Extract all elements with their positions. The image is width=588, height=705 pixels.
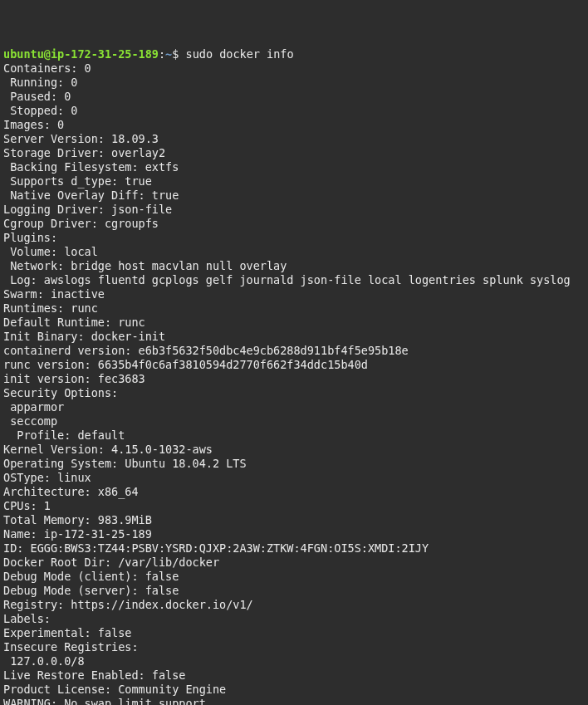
output-line: Registry: https://index.docker.io/v1/ <box>3 598 585 612</box>
command-entered: sudo docker info <box>186 47 294 61</box>
output-line: Insecure Registries: <box>3 640 585 654</box>
output-line: Security Options: <box>3 386 585 400</box>
output-line: Stopped: 0 <box>3 104 585 118</box>
output-line: Backing Filesystem: extfs <box>3 160 585 174</box>
output-line: Paused: 0 <box>3 90 585 104</box>
output-line: Log: awslogs fluentd gcplogs gelf journa… <box>3 273 585 287</box>
output-line: Running: 0 <box>3 76 585 90</box>
output-line: ID: EGGG:BWS3:TZ44:PSBV:YSRD:QJXP:2A3W:Z… <box>3 541 585 556</box>
output-line: Server Version: 18.09.3 <box>3 132 585 146</box>
output-line: Architecture: x86_64 <box>3 485 585 499</box>
command-output: Containers: 0 Running: 0 Paused: 0 Stopp… <box>3 61 585 705</box>
output-line: Debug Mode (server): false <box>3 584 585 598</box>
output-line: Live Restore Enabled: false <box>3 668 585 683</box>
output-line: Images: 0 <box>3 118 585 132</box>
output-line: Swarm: inactive <box>3 287 585 301</box>
output-line: WARNING: No swap limit support <box>3 697 585 705</box>
output-line: CPUs: 1 <box>3 499 585 513</box>
output-line: Runtimes: runc <box>3 301 585 316</box>
output-line: Init Binary: docker-init <box>3 330 585 344</box>
output-line: Storage Driver: overlay2 <box>3 146 585 160</box>
output-line: Kernel Version: 4.15.0-1032-aws <box>3 443 585 457</box>
output-line: runc version: 6635b4f0c6af3810594d2770f6… <box>3 358 585 372</box>
output-line: Product License: Community Engine <box>3 683 585 697</box>
prompt-line-1: ubuntu@ip-172-31-25-189:~$ sudo docker i… <box>3 47 585 61</box>
output-line: Operating System: Ubuntu 18.04.2 LTS <box>3 457 585 471</box>
prompt-user: ubuntu <box>3 47 44 61</box>
output-line: Experimental: false <box>3 626 585 640</box>
output-line: Name: ip-172-31-25-189 <box>3 527 585 541</box>
prompt-dollar: $ <box>172 47 185 61</box>
output-line: seccomp <box>3 414 585 428</box>
output-line: containerd version: e6b3f5632f50dbc4e9cb… <box>3 344 585 358</box>
output-line: Containers: 0 <box>3 61 585 76</box>
output-line: Labels: <box>3 612 585 626</box>
prompt-at: @ <box>44 47 51 61</box>
output-line: init version: fec3683 <box>3 372 585 386</box>
output-line: OSType: linux <box>3 471 585 485</box>
output-line: Default Runtime: runc <box>3 316 585 330</box>
output-line: Profile: default <box>3 428 585 443</box>
output-line: Volume: local <box>3 245 585 259</box>
output-line: Cgroup Driver: cgroupfs <box>3 217 585 231</box>
output-line: Network: bridge host macvlan null overla… <box>3 259 585 273</box>
output-line: Supports d_type: true <box>3 174 585 188</box>
output-line: Logging Driver: json-file <box>3 203 585 217</box>
output-line: Plugins: <box>3 231 585 245</box>
prompt-host: ip-172-31-25-189 <box>51 47 159 61</box>
output-line: Docker Root Dir: /var/lib/docker <box>3 556 585 570</box>
output-line: Total Memory: 983.9MiB <box>3 513 585 527</box>
terminal-window[interactable]: ubuntu@ip-172-31-25-189:~$ sudo docker i… <box>3 47 585 705</box>
prompt-colon: : <box>159 47 165 61</box>
output-line: Native Overlay Diff: true <box>3 188 585 203</box>
output-line: apparmor <box>3 400 585 414</box>
output-line: Debug Mode (client): false <box>3 570 585 584</box>
output-line: 127.0.0.0/8 <box>3 654 585 668</box>
